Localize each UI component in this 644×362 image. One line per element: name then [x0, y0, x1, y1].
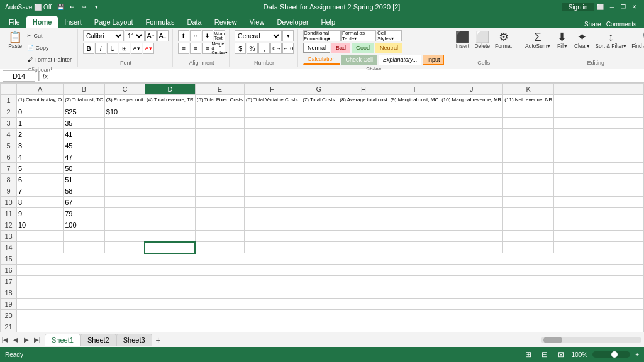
cell-b2[interactable]: $25 [64, 106, 105, 118]
tab-view[interactable]: View [243, 16, 271, 28]
cell-rest10[interactable] [553, 197, 643, 208]
cell-c11[interactable] [104, 208, 145, 219]
underline-btn[interactable]: U [107, 43, 118, 54]
border-btn[interactable]: ⊞ [119, 43, 130, 54]
cell-b3[interactable]: 35 [64, 118, 105, 129]
cell-k14[interactable] [503, 242, 554, 253]
cell-i13[interactable] [389, 231, 440, 242]
cell-a9[interactable]: 7 [17, 185, 64, 197]
increase-font-btn[interactable]: A↑ [145, 30, 157, 41]
cell-rest3[interactable] [553, 118, 643, 129]
cell-i1[interactable]: (9) Marginal cost, MC [389, 95, 440, 106]
cell-e1[interactable]: (5) Total Fixed Costs [195, 95, 244, 106]
tab-formulas[interactable]: Formulas [140, 16, 181, 28]
cell-g7[interactable] [299, 163, 338, 174]
cell-b5[interactable]: 45 [64, 140, 105, 151]
normal-view-btn[interactable]: ⊞ [523, 349, 534, 360]
col-header-g[interactable]: G [299, 84, 338, 95]
autosum-btn[interactable]: Σ AutoSum▾ [523, 30, 552, 50]
style-input[interactable]: Input [423, 55, 444, 65]
cell-rest9[interactable] [553, 185, 643, 197]
cell-h14[interactable] [338, 242, 389, 253]
cell-k4[interactable] [503, 129, 554, 140]
cell-a10[interactable]: 8 [17, 197, 64, 208]
cell-h13[interactable] [338, 231, 389, 242]
cell-a7[interactable]: 5 [17, 163, 64, 174]
cell-g6[interactable] [299, 151, 338, 163]
align-left-btn[interactable]: ≡ [178, 43, 189, 54]
name-box[interactable] [3, 70, 35, 82]
cell-i9[interactable] [389, 185, 440, 197]
sheet-tab-1[interactable]: Sheet1 [45, 334, 80, 346]
col-header-c[interactable]: C [104, 84, 145, 95]
cell-b9[interactable]: 58 [64, 185, 105, 197]
cell-d5[interactable] [145, 140, 195, 151]
cell-j1[interactable]: (10) Marginal revenue, MR [440, 95, 503, 106]
col-header-f[interactable]: F [245, 84, 299, 95]
cell-f2[interactable] [245, 106, 299, 118]
tab-help[interactable]: Help [315, 16, 342, 28]
cell-d11[interactable] [145, 208, 195, 219]
cell-f8[interactable] [245, 174, 299, 185]
cell-a12[interactable]: 10 [17, 219, 64, 231]
number-format-more-btn[interactable]: ▾ [282, 30, 294, 41]
formula-input[interactable] [50, 70, 641, 82]
add-sheet-btn[interactable]: + [152, 334, 165, 346]
cell-j13[interactable] [440, 231, 503, 242]
cell-e7[interactable] [195, 163, 244, 174]
cell-e3[interactable] [195, 118, 244, 129]
tab-home[interactable]: Home [26, 16, 58, 28]
undo-btn[interactable]: ↩ [67, 2, 77, 12]
cell-j3[interactable] [440, 118, 503, 129]
tab-insert[interactable]: Insert [58, 16, 88, 28]
cell-a14[interactable] [17, 242, 64, 253]
cell-j7[interactable] [440, 163, 503, 174]
tab-page-layout[interactable]: Page Layout [88, 16, 140, 28]
cell-g1[interactable]: (7) Total Costs [299, 95, 338, 106]
cell-c7[interactable] [104, 163, 145, 174]
ribbon-display-btn[interactable]: ⬜ [596, 3, 605, 11]
merge-center-btn[interactable]: Merge & Center▾ [214, 43, 225, 54]
cell-i7[interactable] [389, 163, 440, 174]
cell-c13[interactable] [104, 231, 145, 242]
cell-i5[interactable] [389, 140, 440, 151]
share-btn[interactable]: Share [584, 21, 601, 28]
sheet-tab-3[interactable]: Sheet3 [116, 334, 152, 346]
col-header-b[interactable]: B [64, 84, 105, 95]
style-check-cell[interactable]: Check Cell [341, 55, 378, 65]
find-select-btn[interactable]: 🔍 Find & Select▾ [630, 30, 644, 50]
cell-j10[interactable] [440, 197, 503, 208]
cell-a4[interactable]: 2 [17, 129, 64, 140]
format-painter-btn[interactable]: 🖌 Format Painter [25, 54, 74, 65]
sign-in-btn[interactable]: Sign in [562, 3, 594, 11]
cell-a11[interactable]: 9 [17, 208, 64, 219]
cell-d10[interactable] [145, 197, 195, 208]
cell-f9[interactable] [245, 185, 299, 197]
cell-k3[interactable] [503, 118, 554, 129]
col-header-d[interactable]: D [145, 84, 195, 95]
cell-e8[interactable] [195, 174, 244, 185]
cell-rest14[interactable] [553, 242, 643, 253]
comma-style-btn[interactable]: , [258, 43, 270, 54]
percent-btn[interactable]: $ [235, 43, 246, 54]
cell-h6[interactable] [338, 151, 389, 163]
cell-e9[interactable] [195, 185, 244, 197]
cell-j5[interactable] [440, 140, 503, 151]
cell-rest12[interactable] [553, 219, 643, 231]
cell-k7[interactable] [503, 163, 554, 174]
cell-e11[interactable] [195, 208, 244, 219]
cell-rest8[interactable] [553, 174, 643, 185]
minimize-btn[interactable]: ─ [608, 3, 616, 11]
cell-i8[interactable] [389, 174, 440, 185]
cell-i10[interactable] [389, 197, 440, 208]
cell-e14[interactable] [195, 242, 244, 253]
cell-g9[interactable] [299, 185, 338, 197]
col-header-a[interactable]: A [17, 84, 64, 95]
cell-c8[interactable] [104, 174, 145, 185]
sheet-tab-2[interactable]: Sheet2 [80, 334, 116, 346]
cell-f10[interactable] [245, 197, 299, 208]
cell-g10[interactable] [299, 197, 338, 208]
cell-c2[interactable]: $10 [104, 106, 145, 118]
col-header-k[interactable]: K [503, 84, 554, 95]
increase-decimal-btn[interactable]: .0→ [270, 43, 282, 54]
